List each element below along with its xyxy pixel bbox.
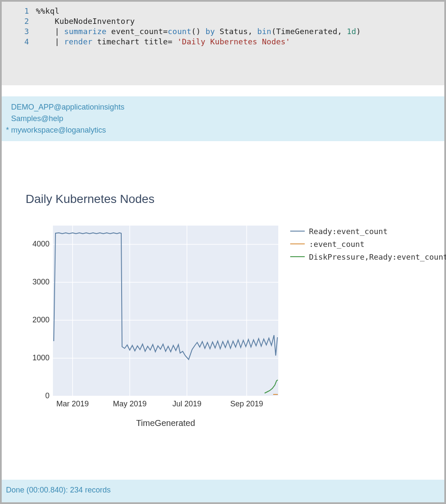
datasource-scope-bar: DEMO_APP@applicationinsights Samples@hel… — [2, 96, 444, 141]
ytick-label: 0 — [45, 391, 50, 400]
line-number: 3 — [3, 26, 36, 37]
line-number: 2 — [3, 16, 36, 26]
legend-label: Ready:event_count — [309, 227, 388, 236]
code-text: %%kql — [36, 6, 59, 16]
scope-item-active[interactable]: myworkspace@loganalytics — [11, 125, 439, 136]
chart-area[interactable]: 0 1000 2000 3000 4000 Mar 2019 May 2019 … — [26, 222, 444, 440]
chart-output-panel: Daily Kubernetes Nodes 0 1000 — [2, 141, 444, 480]
line-number: 4 — [3, 37, 36, 47]
timechart-svg[interactable]: 0 1000 2000 3000 4000 Mar 2019 May 2019 … — [26, 222, 282, 440]
chart-legend: Ready:event_count :event_count DiskPress… — [290, 225, 446, 263]
x-axis-label: TimeGenerated — [136, 418, 195, 428]
code-text: | render timechart title= 'Daily Kuberne… — [36, 37, 290, 47]
legend-label: :event_count — [309, 240, 364, 249]
chart-title: Daily Kubernetes Nodes — [26, 192, 444, 206]
scope-item[interactable]: Samples@help — [11, 113, 439, 125]
svg-rect-0 — [53, 226, 278, 396]
legend-swatch — [290, 231, 305, 232]
code-cell[interactable]: 1 %%kql 2 KubeNodeInventory 3 | summariz… — [2, 2, 444, 85]
line-number: 1 — [3, 6, 36, 16]
legend-swatch — [290, 256, 305, 257]
code-text: KubeNodeInventory — [36, 16, 135, 26]
xtick-label: Mar 2019 — [56, 400, 89, 408]
ytick-label: 1000 — [32, 353, 50, 362]
legend-item[interactable]: Ready:event_count — [290, 225, 446, 238]
legend-item[interactable]: DiskPressure,Ready:event_count — [290, 250, 446, 263]
status-bar: Done (00:00.840): 234 records — [2, 480, 444, 502]
status-text: Done (00:00.840): 234 records — [6, 486, 111, 494]
ytick-label: 4000 — [32, 240, 50, 248]
xtick-label: Sep 2019 — [230, 400, 263, 408]
scope-item[interactable]: DEMO_APP@applicationinsights — [11, 101, 439, 113]
xtick-label: Jul 2019 — [172, 400, 201, 408]
ytick-label: 3000 — [32, 278, 50, 286]
notebook-cell-frame: 1 %%kql 2 KubeNodeInventory 3 | summariz… — [0, 0, 446, 504]
legend-label: DiskPressure,Ready:event_count — [309, 252, 446, 261]
legend-swatch — [290, 243, 305, 244]
spacer — [2, 85, 444, 96]
xtick-label: May 2019 — [113, 400, 146, 408]
ytick-label: 2000 — [32, 316, 50, 324]
legend-item[interactable]: :event_count — [290, 238, 446, 250]
code-text: | summarize event_count=count() by Statu… — [36, 26, 361, 37]
